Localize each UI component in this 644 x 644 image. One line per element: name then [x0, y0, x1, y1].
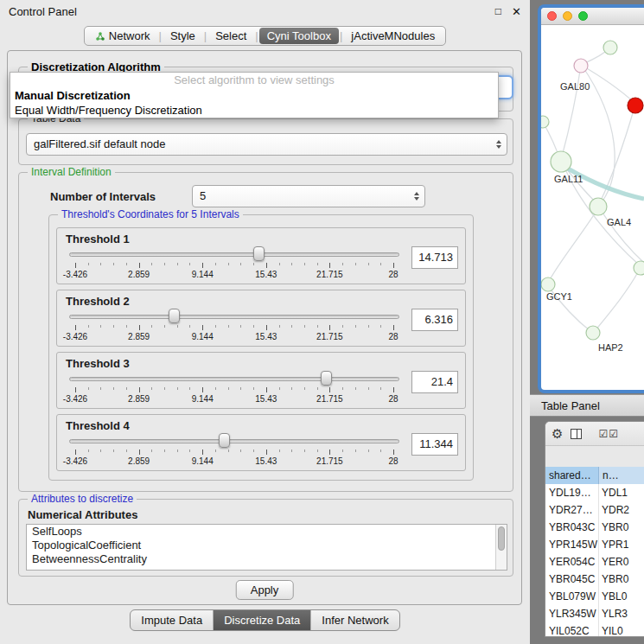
table-cell[interactable]: YIL052C — [545, 622, 599, 636]
table-cell[interactable]: YER0 — [599, 553, 644, 571]
tab-label: jActiveMNodules — [351, 29, 435, 42]
attribute-list-item[interactable]: SelfLoops — [27, 525, 507, 539]
bottom-tab-discretize-data[interactable]: Discretize Data — [213, 610, 310, 630]
network-node[interactable] — [574, 59, 588, 73]
threshold-slider[interactable]: -3.4262.8599.14415.4321.71528 — [69, 248, 399, 283]
table-cell[interactable]: YLR3 — [599, 605, 644, 622]
selected-network-node[interactable] — [628, 98, 643, 113]
table-cell[interactable]: YBR045C — [545, 571, 599, 588]
attribute-list-item[interactable]: TopologicalCoefficient — [27, 539, 507, 552]
table-cell[interactable]: YER054C — [545, 553, 599, 571]
network-node[interactable] — [590, 198, 607, 215]
scrollbar-thumb[interactable] — [498, 526, 505, 551]
slider-tick — [329, 450, 330, 455]
bottom-tab-infer-network[interactable]: Infer Network — [310, 610, 399, 630]
threshold-value-field[interactable]: 14.713 — [411, 246, 458, 269]
table-row[interactable]: YBR043CYBR0 — [545, 519, 644, 536]
table-cell[interactable]: YBL079W — [545, 588, 599, 605]
slider-thumb[interactable] — [321, 371, 332, 386]
slider-tick — [189, 450, 190, 452]
table-cell[interactable]: YDR27… — [545, 501, 599, 519]
algorithm-option[interactable]: Equal Width/Frequency Discretization — [10, 103, 498, 118]
bottom-tab-impute-data[interactable]: Impute Data — [131, 610, 213, 630]
slider-thumb[interactable] — [169, 309, 180, 323]
table-cell[interactable]: YBR043C — [545, 519, 599, 536]
slider-thumb[interactable] — [219, 433, 230, 448]
threshold-slider[interactable]: -3.4262.8599.14415.4321.71528 — [69, 310, 399, 345]
tab-cyni-toolbox[interactable]: Cyni Toolbox — [259, 28, 339, 44]
slider-tick — [189, 263, 190, 265]
slider-tick — [329, 263, 330, 268]
slider-tick — [329, 387, 330, 392]
thresholds-group: Threshold's Coordinates for 5 Intervals … — [48, 214, 474, 481]
table-cell[interactable]: YDL1 — [599, 484, 644, 501]
slider-scale-label: 9.144 — [192, 394, 214, 404]
gear-icon[interactable]: ⚙ — [552, 427, 563, 440]
table-row[interactable]: YBR045CYBR0 — [545, 571, 644, 588]
network-node[interactable] — [541, 277, 555, 291]
num-intervals-combobox[interactable]: 5 — [192, 185, 425, 207]
column-header[interactable]: n… — [599, 467, 644, 484]
close-icon[interactable]: ✕ — [512, 5, 521, 18]
slider-tick — [228, 387, 229, 390]
slider-tick — [189, 325, 190, 328]
network-canvas[interactable]: GAL80 GAL11 GAL4 GCY1 HAP2 — [541, 25, 644, 393]
slider-tick — [368, 450, 369, 452]
float-window-icon[interactable]: □ — [495, 5, 501, 17]
table-cell[interactable]: YBL0 — [599, 588, 644, 605]
threshold-slider[interactable]: -3.4262.8599.14415.4321.71528 — [69, 373, 399, 407]
network-node[interactable] — [634, 261, 644, 275]
close-traffic-light[interactable] — [547, 11, 557, 21]
table-row[interactable]: YDL19…YDL1 — [545, 484, 644, 501]
tab-network[interactable]: Network — [87, 28, 158, 44]
apply-button[interactable]: Apply — [236, 580, 294, 600]
slider-tick — [100, 387, 101, 390]
network-node[interactable] — [551, 151, 571, 172]
minimize-traffic-light[interactable] — [563, 11, 572, 21]
table-cell[interactable]: YLR345W — [545, 605, 599, 622]
network-node[interactable] — [541, 116, 549, 128]
network-node[interactable] — [586, 326, 600, 340]
table-row[interactable]: YLR345WYLR3 — [545, 605, 644, 622]
attribute-list-item[interactable]: BetweennessCentrality — [27, 552, 507, 566]
threshold-value-field[interactable]: 6.316 — [411, 309, 458, 331]
table-row[interactable]: YER054CYER0 — [545, 553, 644, 571]
threshold-value-field[interactable]: 11.344 — [411, 433, 458, 456]
table-cell[interactable]: YBR0 — [599, 519, 644, 536]
network-node[interactable] — [603, 41, 617, 54]
table-cell[interactable]: YDR2 — [599, 501, 644, 519]
table-row[interactable]: YPR145WYPR1 — [545, 536, 644, 553]
tab-jactivemnodules[interactable]: jActiveMNodules — [343, 28, 443, 44]
slider-tick — [317, 387, 318, 390]
table-data-combobox[interactable]: galFiltered.sif default node — [26, 133, 507, 156]
slider-tick — [75, 263, 76, 268]
column-chooser-icon[interactable] — [571, 429, 582, 439]
slider-tick — [291, 387, 292, 390]
table-row[interactable]: YDR27…YDR2 — [545, 501, 644, 519]
tab-style[interactable]: Style — [163, 28, 203, 44]
threshold-value-field[interactable]: 21.4 — [411, 371, 458, 393]
combo-arrows-icon — [414, 192, 419, 201]
algorithm-option[interactable]: Manual Discretization — [10, 88, 498, 103]
table-row[interactable]: YIL052CYIL0 — [545, 622, 644, 636]
table-cell[interactable]: YPR1 — [599, 536, 644, 553]
slider-thumb[interactable] — [253, 246, 265, 261]
threshold-slider[interactable]: -3.4262.8599.14415.4321.71528 — [69, 435, 399, 469]
slider-tick — [202, 387, 203, 392]
table-cell[interactable]: YPR145W — [545, 536, 599, 553]
table-cell[interactable]: YDL19… — [545, 484, 599, 501]
tab-select[interactable]: Select — [207, 28, 254, 44]
slider-tick — [342, 450, 343, 452]
zoom-traffic-light[interactable] — [578, 11, 588, 21]
column-header[interactable]: shared… — [545, 467, 599, 484]
threshold-row: Threshold 3-3.4262.8599.14415.4321.71528… — [56, 352, 466, 409]
attribute-list-scrollbar[interactable] — [495, 525, 507, 570]
slider-scale-label: 21.715 — [316, 270, 343, 279]
table-row[interactable]: YBL079WYBL0 — [545, 588, 644, 605]
slider-scale-label: 21.715 — [316, 456, 343, 466]
checkbox-icons[interactable]: ☑☑ — [598, 429, 619, 439]
table-cell[interactable]: YBR0 — [599, 571, 644, 588]
table-cell[interactable]: YIL0 — [599, 622, 644, 636]
network-node-labels: GAL80 GAL11 GAL4 GCY1 HAP2 — [546, 81, 631, 353]
slider-tick — [88, 263, 89, 265]
